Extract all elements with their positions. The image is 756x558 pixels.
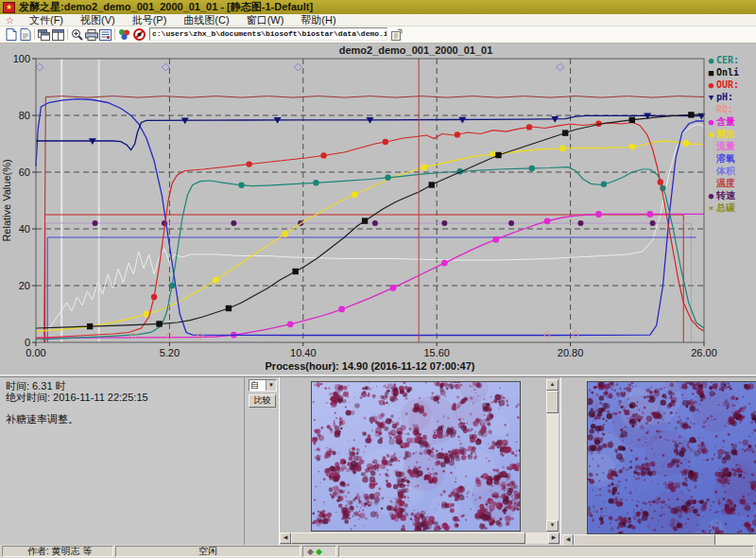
palette-icon[interactable]: [117, 27, 131, 42]
legend-item-8: 溶氧: [706, 152, 756, 165]
marker-cer: [238, 183, 244, 188]
series-aeration: [36, 124, 704, 342]
legend-label: 总碳: [716, 201, 735, 214]
menu-item-1[interactable]: 视图(V): [72, 14, 124, 26]
toolbar-separator: [114, 28, 115, 40]
spacer: [6, 403, 244, 413]
status-state: 空闲: [115, 546, 301, 557]
marker-online-weight: [87, 323, 93, 329]
scroll-right-icon[interactable]: ▶: [548, 532, 559, 544]
marker-content: [338, 306, 345, 313]
legend-item-1: ■Onli: [706, 66, 756, 78]
scroll-left-icon[interactable]: ◀: [280, 532, 291, 544]
microscope-panel-2: ◀: [560, 377, 756, 545]
scrollbar-thumb[interactable]: [291, 532, 525, 544]
app-icon: ★: [3, 2, 15, 13]
tile-window-icon[interactable]: [51, 27, 65, 42]
stop-icon[interactable]: [132, 27, 146, 42]
series-cer: [36, 167, 704, 340]
menu-item-4[interactable]: 窗口(W): [238, 14, 293, 26]
marker-rq-samples: [544, 331, 551, 338]
marker-content: [441, 260, 448, 267]
x-axis-label: Process(hour): 14.90 (2016-11-12 07:00:4…: [266, 360, 475, 372]
marker-our: [246, 161, 251, 166]
marker-stir-speed: [577, 220, 583, 226]
series-biomass: [36, 141, 704, 331]
legend-label: 溶氧: [716, 152, 735, 165]
marker-cer: [313, 180, 318, 185]
marker-rq-samples: [198, 333, 204, 340]
menu-item-0[interactable]: 文件(F): [21, 14, 72, 26]
x-tick-label: 0.00: [26, 347, 45, 358]
legend-label: RQ:: [716, 104, 733, 114]
print-icon[interactable]: [84, 27, 98, 42]
series-online-weight: [36, 114, 704, 328]
status-empty: [338, 546, 754, 557]
toolbar: c:\users\zhx_b\documents\biosoft\biostar…: [0, 26, 756, 44]
legend-item-2: ●OUR:: [706, 78, 756, 91]
legend-item-6: ●菌浓: [706, 128, 756, 140]
scrollbar-thumb[interactable]: [546, 391, 558, 413]
status-bar: 作者: 黄明志 等 空闲 ◆◆: [0, 545, 756, 558]
y-axis-label: Relative Value(%): [1, 159, 12, 241]
report-icon[interactable]: [98, 27, 112, 42]
chart-plot[interactable]: 0204060801000.005.2010.4015.6020.8026.00…: [0, 44, 756, 375]
legend-label: pH:: [716, 92, 733, 102]
vertical-scrollbar[interactable]: ▲ ▼: [546, 379, 558, 532]
marker-our: [455, 131, 460, 137]
marker-stir-speed: [441, 220, 447, 226]
series-our: [36, 123, 704, 339]
x-tick-label: 20.80: [558, 347, 584, 358]
file-path-box[interactable]: c:\users\zhx_b\documents\biosoft\biostar…: [149, 27, 387, 41]
marker-cer: [385, 175, 390, 181]
marker-volume-samples: [36, 63, 43, 71]
scroll-up-icon[interactable]: ▲: [546, 379, 558, 391]
legend-item-9: 体积: [706, 165, 756, 177]
legend-item-5: ●含量: [706, 115, 756, 128]
x-tick-label: 15.60: [423, 347, 450, 358]
legend-label: 温度: [716, 177, 735, 189]
marker-online-weight: [562, 130, 568, 135]
status-indicators: ◆◆: [302, 546, 336, 557]
cascade-window-icon[interactable]: [37, 27, 51, 42]
menu-item-2[interactable]: 批号(P): [124, 14, 176, 26]
marker-content: [492, 236, 499, 243]
legend-item-11: ●转速: [706, 189, 756, 201]
legend-item-10: 温度: [706, 177, 756, 189]
marker-online-weight: [495, 152, 501, 158]
marker-volume-samples: [294, 63, 301, 71]
series-content: [36, 214, 704, 338]
zoom-icon[interactable]: [70, 27, 84, 42]
legend-label: OUR:: [716, 79, 739, 90]
marker-stir-speed: [372, 220, 378, 226]
marker-our: [658, 179, 663, 184]
microscope-image-1: [311, 381, 521, 532]
gray-diamond-icon: ◆: [307, 547, 314, 556]
export-icon[interactable]: [389, 27, 404, 42]
compare-button[interactable]: 比较: [249, 394, 276, 408]
horizontal-scrollbar[interactable]: ◀ ▶: [280, 532, 559, 544]
marker-our: [151, 294, 157, 300]
legend-label: Onli: [716, 67, 739, 78]
image-control-column: 自动 ▼ 比较: [244, 377, 279, 545]
scroll-down-icon[interactable]: ▼: [546, 520, 558, 532]
image-mode-dropdown[interactable]: 自动 ▼: [249, 379, 277, 392]
legend-item-12: ×总碳: [706, 201, 756, 214]
menu-item-5[interactable]: 帮助(H): [292, 14, 344, 26]
chart-region: demo2_demo_001_2000_01_01 0204060801000.…: [0, 44, 756, 375]
marker-content: [544, 218, 551, 224]
green-diamond-icon: ◆: [316, 547, 322, 556]
legend-label: CER:: [716, 55, 739, 65]
new-file-icon[interactable]: [4, 27, 18, 42]
toolbar-separator: [67, 28, 68, 40]
favorite-star-icon[interactable]: ☆: [6, 15, 14, 26]
chevron-down-icon[interactable]: ▼: [266, 380, 276, 391]
open-file-icon[interactable]: [18, 27, 32, 42]
marker-stir-speed: [93, 220, 98, 226]
marker-cer: [169, 283, 175, 288]
marker-stir-speed: [650, 220, 656, 226]
legend-label: 体积: [716, 165, 735, 177]
dropdown-value: 自动: [249, 380, 266, 391]
menu-item-3[interactable]: 曲线图(C): [175, 14, 237, 26]
marker-our: [320, 152, 326, 158]
